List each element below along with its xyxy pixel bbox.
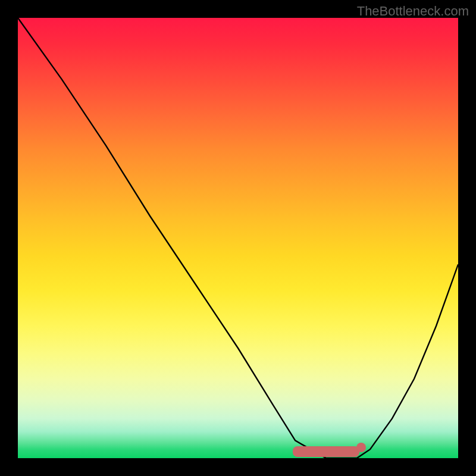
watermark-text: TheBottleneck.com (357, 4, 469, 19)
optimum-range-marker (293, 446, 359, 457)
bottleneck-curve (18, 18, 458, 458)
chart-plot-area (18, 18, 458, 458)
